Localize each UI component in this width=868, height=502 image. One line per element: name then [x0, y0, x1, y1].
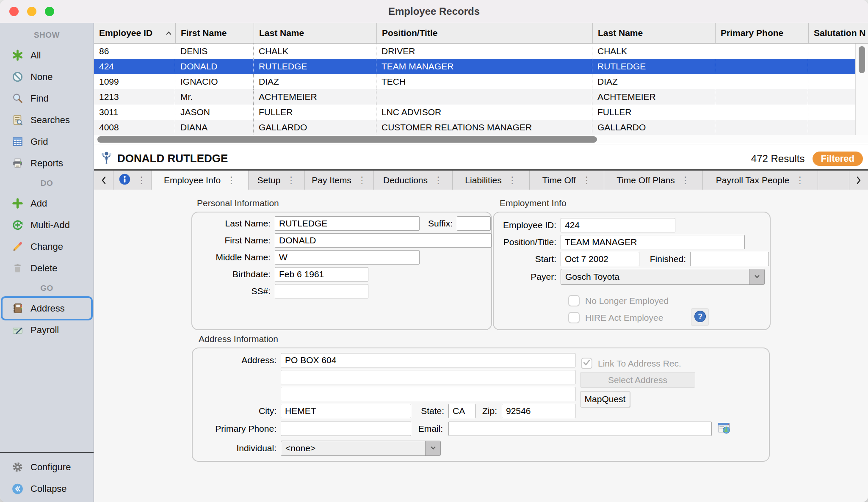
table-row[interactable]: 1213Mr.ACHTEMEIERACHTEMEIER: [94, 89, 855, 105]
column-header-primary-phone[interactable]: Primary Phone: [715, 23, 808, 43]
vertical-scrollbar-thumb[interactable]: [859, 46, 865, 73]
tab-time-off[interactable]: Time Off⋮: [530, 171, 604, 190]
state-label: State:: [404, 404, 444, 418]
select-address-button[interactable]: Select Address: [580, 372, 695, 388]
address-line1-field[interactable]: [281, 353, 575, 367]
sidebar-item-address[interactable]: Address: [0, 298, 94, 319]
horizontal-scrollbar[interactable]: [94, 135, 868, 144]
hire-act-checkbox[interactable]: [568, 312, 580, 323]
tab-options-icon[interactable]: ⋮: [137, 175, 146, 186]
vertical-scrollbar[interactable]: [855, 44, 868, 135]
address-line2-field[interactable]: [281, 370, 575, 384]
tab-time-off-plans[interactable]: Time Off Plans⋮: [604, 171, 703, 190]
sidebar-item-all[interactable]: All: [0, 44, 94, 66]
minimize-window-button[interactable]: [27, 7, 36, 16]
sidebar-item-none[interactable]: None: [0, 66, 94, 88]
tab-options-icon[interactable]: ⋮: [795, 175, 804, 186]
record-name: DONALD RUTLEDGE: [117, 152, 228, 165]
employee-info-panel: Personal Information Last Name: Suffix: …: [94, 190, 868, 502]
no-longer-employed-checkbox[interactable]: [568, 295, 580, 306]
tab-options-icon[interactable]: ⋮: [357, 175, 367, 186]
primary-phone-field[interactable]: [281, 422, 411, 436]
tab-setup[interactable]: Setup⋮: [249, 171, 305, 190]
tabs-scroll-left-button[interactable]: [94, 171, 113, 190]
hire-act-help-button[interactable]: ?: [691, 308, 709, 326]
column-header-employee-id[interactable]: Employee ID: [94, 23, 175, 43]
table-row[interactable]: 3011JASONFULLERLNC ADVISORFULLER: [94, 105, 855, 120]
sidebar-item-collapse[interactable]: Collapse: [0, 478, 94, 499]
table-row[interactable]: 1099IGNACIODIAZTECHDIAZ: [94, 74, 855, 89]
birthdate-field[interactable]: [275, 267, 368, 281]
ssn-field[interactable]: [275, 284, 368, 298]
tab-options-icon[interactable]: ⋮: [227, 175, 236, 186]
column-header-salutation[interactable]: Salutation N: [808, 23, 868, 43]
tab-employee-info[interactable]: Employee Info⋮: [152, 171, 249, 190]
filtered-badge[interactable]: Filtered: [813, 152, 863, 166]
suffix-field[interactable]: [457, 216, 491, 231]
tab-options-icon[interactable]: ⋮: [681, 175, 690, 186]
svg-text:?: ?: [697, 312, 702, 320]
sidebar-item-searches[interactable]: Searches: [0, 109, 94, 131]
email-field[interactable]: [448, 422, 712, 436]
address-book-icon: [12, 303, 23, 314]
tab-options-icon[interactable]: ⋮: [582, 175, 591, 186]
tab-record-info[interactable]: ⋮: [113, 171, 152, 190]
tab-pay-items[interactable]: Pay Items⋮: [305, 171, 374, 190]
sidebar-item-find[interactable]: Find: [0, 88, 94, 109]
close-window-button[interactable]: [9, 7, 19, 16]
tab-liabilities[interactable]: Liabilities⋮: [453, 171, 530, 190]
position-title-field[interactable]: [561, 235, 745, 249]
sidebar: SHOW All None Find: [0, 23, 94, 502]
zoom-window-button[interactable]: [45, 7, 54, 16]
sidebar-item-add[interactable]: Add: [0, 193, 94, 214]
city-field[interactable]: [281, 404, 411, 418]
tab-deductions[interactable]: Deductions⋮: [374, 171, 453, 190]
sidebar-item-label: All: [30, 50, 41, 61]
open-in-browser-button[interactable]: [717, 422, 731, 436]
start-date-field[interactable]: [561, 252, 639, 266]
address-line3-field[interactable]: [281, 387, 575, 401]
column-header-position-title[interactable]: Position/Title: [376, 23, 592, 43]
horizontal-scrollbar-thumb[interactable]: [97, 136, 597, 143]
sidebar-item-multi-add[interactable]: Multi-Add: [0, 214, 94, 236]
table-row-selected[interactable]: 424DONALDRUTLEDGETEAM MANAGERRUTLEDGE: [94, 59, 855, 74]
individual-label: Individual:: [193, 441, 276, 456]
first-name-field[interactable]: [275, 233, 492, 248]
middle-name-field[interactable]: [275, 250, 420, 265]
sidebar-item-grid[interactable]: Grid: [0, 131, 94, 152]
payer-dropdown-button[interactable]: [749, 269, 764, 284]
title-bar: Employee Records: [0, 0, 868, 23]
sidebar-item-change[interactable]: Change: [0, 236, 94, 257]
tabs-scroll-right-button[interactable]: [849, 171, 868, 190]
chevron-down-icon: [430, 444, 437, 452]
individual-dropdown[interactable]: <none>: [281, 441, 441, 456]
table-row[interactable]: 4008DIANAGALLARDOCUSTOMER RELATIONS MANA…: [94, 120, 855, 135]
column-header-first-name[interactable]: First Name: [175, 23, 254, 43]
tab-options-icon[interactable]: ⋮: [434, 175, 443, 186]
employee-id-field[interactable]: [561, 218, 675, 232]
mapquest-button[interactable]: MapQuest: [580, 391, 630, 407]
column-header-last-name-2[interactable]: Last Name: [592, 23, 715, 43]
window-title: Employee Records: [0, 6, 868, 17]
sidebar-item-label: Add: [30, 198, 47, 209]
tab-payroll-tax-people[interactable]: Payroll Tax People⋮: [703, 171, 818, 190]
sidebar-item-payroll[interactable]: Payroll: [0, 319, 94, 341]
last-name-field[interactable]: [275, 216, 420, 231]
sidebar-item-delete[interactable]: Delete: [0, 257, 94, 279]
sidebar-section-show: SHOW: [0, 26, 94, 44]
sidebar-item-reports[interactable]: Reports: [0, 152, 94, 174]
finished-date-field[interactable]: [690, 252, 769, 266]
tab-options-icon[interactable]: ⋮: [508, 175, 517, 186]
link-to-address-checkbox[interactable]: [581, 358, 592, 369]
no-longer-employed-label: No Longer Employed: [585, 295, 669, 307]
address-info-group: Address: City: State: Zip: Primary Phone…: [192, 348, 770, 462]
zip-field[interactable]: [502, 404, 575, 418]
address-info-section-title: Address Information: [199, 334, 278, 344]
tab-options-icon[interactable]: ⋮: [286, 175, 296, 186]
table-row[interactable]: 86DENISCHALKDRIVERCHALK: [94, 44, 855, 59]
sidebar-item-configure[interactable]: Configure: [0, 456, 94, 478]
payer-dropdown[interactable]: Gosch Toyota: [561, 269, 765, 285]
browser-globe-icon: [717, 422, 731, 436]
column-header-last-name[interactable]: Last Name: [254, 23, 376, 43]
individual-dropdown-button[interactable]: [425, 441, 440, 455]
